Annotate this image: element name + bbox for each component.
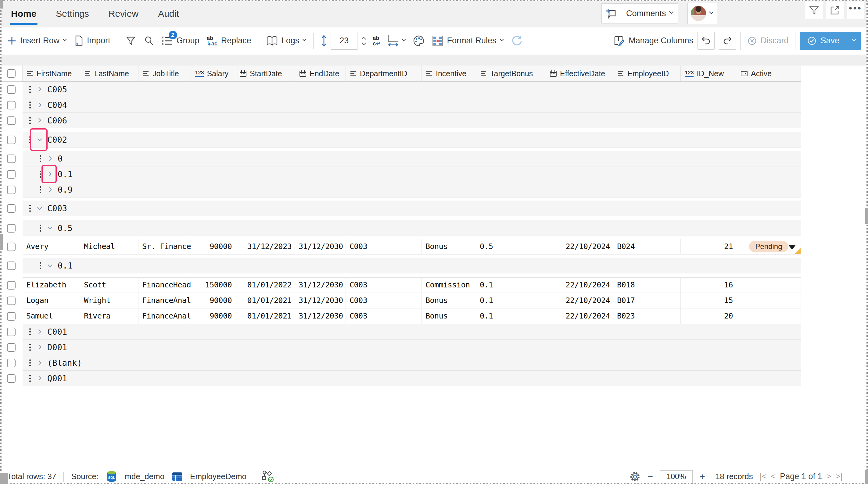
cell-StartDate[interactable]: 31/12/2023 [235,239,295,255]
row-height-input[interactable]: 23 [331,32,358,50]
chevron-collapsed-icon[interactable] [36,101,43,109]
color-button[interactable] [413,35,425,46]
save-button[interactable]: Save [800,32,847,50]
group-row-Q001[interactable]: Q001 [0,370,801,386]
format-rules-button[interactable]: Format Rules [432,35,503,46]
cell-EmployeeID[interactable]: B024 [613,239,681,255]
cell-ID_New[interactable]: 16 [681,277,736,293]
group-band[interactable]: 0.5 [23,220,801,236]
table-name[interactable]: EmployeeDemo [190,472,246,481]
cell-EffectiveDate[interactable]: 22/10/2024 [545,239,613,255]
prev-page-button[interactable]: < [771,472,776,481]
data-row[interactable]: SamuelRiveraFinanceAnaly9000001/01/20213… [0,309,801,324]
column-header-EffectiveDate[interactable]: EffectiveDate [545,66,613,82]
row-checkbox[interactable] [7,186,16,194]
wrap-text-button[interactable]: abc↵ [373,35,380,46]
row-checkbox[interactable] [7,343,16,352]
cell-Active[interactable] [736,277,801,293]
comments-dropdown[interactable]: Comments [621,9,678,18]
cell-LastName[interactable]: Rivera [80,309,138,324]
group-band[interactable]: Q001 [23,370,801,386]
cell-StartDate[interactable]: 01/01/2021 [235,309,295,324]
group-row-D001[interactable]: D001 [0,340,801,355]
column-header-EndDate[interactable]: EndDate [295,66,346,82]
cell-LastName[interactable]: Scott [80,277,138,293]
expand-window-button[interactable] [826,2,844,19]
column-header-DepartmentID[interactable]: DepartmentID [346,66,422,82]
group-band[interactable]: 0.9 [23,182,801,197]
tab-audit[interactable]: Audit [158,0,179,27]
chevron-collapsed-icon[interactable] [46,155,54,162]
cell-FirstName[interactable]: Elizabeth [23,277,80,293]
zoom-out-button[interactable]: − [648,472,653,482]
cell-EmployeeID[interactable]: B017 [613,293,681,309]
cell-Salary[interactable]: 90000 [191,239,235,255]
row-menu-icon[interactable] [40,262,41,269]
row-checkbox[interactable] [7,243,16,251]
chevron-collapsed-icon[interactable] [36,359,43,367]
cell-Active[interactable] [736,293,801,309]
column-header-EmployeeID[interactable]: EmployeeID [613,66,681,82]
row-height-stepper[interactable] [362,36,365,45]
cell-TargetBonus[interactable]: 0.1 [476,277,545,293]
row-menu-icon[interactable] [29,344,31,351]
column-header-LastName[interactable]: LastName [80,66,138,82]
cell-DepartmentID[interactable]: C003 [346,293,422,309]
cell-FirstName[interactable]: Avery [23,239,80,255]
column-header-ID_New[interactable]: 123ID_New [681,66,736,82]
column-header-Incentive[interactable]: Incentive [422,66,476,82]
cell-DepartmentID[interactable]: C003 [346,277,422,293]
group-band[interactable]: C005 [23,82,801,97]
row-checkbox[interactable] [7,296,16,305]
cell-TargetBonus[interactable]: 0.1 [476,309,545,324]
data-row[interactable]: LoganWrightFinanceAnaly9000001/01/202131… [0,293,801,309]
row-checkbox[interactable] [7,359,16,367]
cell-DepartmentID[interactable]: C003 [346,239,422,255]
cell-JobTitle[interactable]: Sr. FinanceAr [138,239,191,255]
chevron-collapsed-icon[interactable] [36,117,43,124]
settings-gear-button[interactable] [629,471,641,482]
row-checkbox[interactable] [7,204,16,213]
chevron-expanded-icon[interactable] [36,204,43,212]
cell-Salary[interactable]: 150000 [191,277,235,293]
cell-TargetBonus[interactable]: 0.5 [476,239,545,255]
row-checkbox[interactable] [7,328,16,336]
first-page-button[interactable]: |< [760,472,767,481]
group-band[interactable]: C006 [23,113,801,128]
group-row-C004[interactable]: C004 [0,97,801,113]
group-band[interactable]: D001 [23,340,801,355]
group-row-C001[interactable]: C001 [0,324,801,340]
filter-button[interactable] [125,35,136,46]
cell-ID_New[interactable]: 21 [681,239,736,255]
group-row-0.9[interactable]: 0.9 [0,182,801,197]
group-band[interactable]: 0 [23,151,801,166]
row-checkbox[interactable] [7,136,16,144]
undo-button[interactable] [698,32,715,50]
cell-TargetBonus[interactable]: 0.1 [476,293,545,309]
data-row[interactable]: AveryMichealSr. FinanceAr9000031/12/2023… [0,239,801,255]
row-menu-icon[interactable] [29,359,31,366]
group-row-0[interactable]: 0 [0,151,801,166]
group-band[interactable]: C004 [23,97,801,113]
column-header-Salary[interactable]: 123Salary [191,66,235,82]
cell-JobTitle[interactable]: FinanceHead [138,277,191,293]
column-header-Active[interactable]: Active [736,66,801,82]
user-menu[interactable] [687,3,717,24]
group-row-0.1[interactable]: 0.1 [0,258,801,273]
group-band[interactable]: 0.1 [23,166,801,182]
chevron-expanded-icon[interactable] [46,261,54,269]
cell-Incentive[interactable]: Bonus [422,239,476,255]
import-button[interactable]: Import [73,35,111,46]
group-row-0.1[interactable]: 0.1 [0,166,801,182]
row-checkbox[interactable] [7,170,16,179]
tab-review[interactable]: Review [108,0,138,27]
group-band[interactable]: (Blank) [23,355,801,370]
logs-button[interactable]: Logs [266,36,306,46]
cell-JobTitle[interactable]: FinanceAnaly [138,293,191,309]
chevron-collapsed-icon[interactable] [36,374,43,382]
cell-Incentive[interactable]: Bonus [422,293,476,309]
column-header-StartDate[interactable]: StartDate [235,66,295,82]
cell-EffectiveDate[interactable]: 22/10/2024 [545,293,613,309]
more-options-button[interactable]: ••• [847,2,864,19]
row-menu-icon[interactable] [29,375,31,382]
